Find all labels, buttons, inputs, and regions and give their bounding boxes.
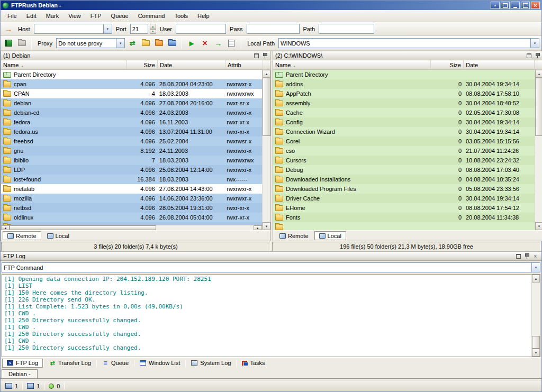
- tab-transfer-log[interactable]: Transfer Log: [44, 359, 96, 368]
- refresh-icon[interactable]: [127, 38, 138, 49]
- folder-sync-icon[interactable]: [166, 38, 178, 49]
- pass-input[interactable]: [247, 24, 300, 34]
- local-panel-tab-local[interactable]: Local: [314, 231, 346, 240]
- parent-directory-row[interactable]: Parent Directory: [273, 70, 535, 79]
- file-row[interactable]: Corel003.05.2004 15:15:56: [273, 136, 535, 146]
- file-row[interactable]: Downloaded Installations004.08.2004 10:3…: [273, 175, 535, 184]
- local-panel-tab-remote[interactable]: Remote: [275, 231, 313, 240]
- file-row[interactable]: cso021.07.2004 11:24:26: [273, 146, 535, 156]
- menu-tools[interactable]: Tools: [169, 11, 193, 21]
- pin-icon[interactable]: [261, 52, 268, 59]
- file-row[interactable]: metalab4.09627.08.2004 14:43:00rwxrwxr-x: [1, 184, 262, 194]
- ftp-log-caption[interactable]: FTP Log: [1, 251, 541, 261]
- column-header-name[interactable]: Name: [273, 60, 431, 69]
- menu-mark[interactable]: Mark: [41, 11, 64, 21]
- column-header-size[interactable]: Size: [127, 60, 158, 69]
- undock-icon[interactable]: [253, 52, 260, 59]
- vertical-scrollbar[interactable]: [531, 275, 540, 357]
- undock-icon[interactable]: [526, 52, 532, 59]
- file-row[interactable]: freebsd4.09625.02.2004rwxrwsr-x: [1, 136, 262, 146]
- chevron-down-icon[interactable]: [530, 39, 539, 48]
- file-row[interactable]: Driver Cache030.04.2004 19:34:14: [273, 194, 535, 203]
- scroll-down-icon[interactable]: [532, 349, 540, 357]
- file-row[interactable]: Debug008.08.2004 17:03:40: [273, 165, 535, 175]
- file-row[interactable]: fedora.us4.09613.07.2004 11:31:00rwxr-xr…: [1, 127, 262, 136]
- file-row[interactable]: assembly030.04.2004 18:40:52: [273, 98, 535, 108]
- menu-file[interactable]: File: [3, 11, 22, 21]
- close-icon[interactable]: [532, 253, 539, 259]
- site-manager-icon[interactable]: [3, 38, 14, 49]
- file-row[interactable]: mozilla4.09614.06.2004 23:36:00rwxrwxr-x: [1, 194, 262, 203]
- chevron-down-icon[interactable]: [531, 263, 540, 272]
- column-header-date[interactable]: Date: [464, 60, 535, 69]
- disconnect-icon[interactable]: [16, 38, 28, 49]
- tab-ftp-log[interactable]: FTP Log: [2, 359, 43, 368]
- file-row[interactable]: LDP4.09625.08.2004 12:14:00rwxrwxr-x: [1, 165, 262, 175]
- title-bar[interactable]: FTPRush Debian -: [1, 1, 541, 10]
- file-row[interactable]: [273, 222, 535, 230]
- spin-up-icon[interactable]: [150, 24, 156, 29]
- proxy-combo[interactable]: Do not use proxy: [56, 38, 125, 48]
- column-header-size[interactable]: Size: [431, 60, 464, 69]
- file-row[interactable]: gnu8.19224.11.2003rwxrwxr-x: [1, 146, 262, 156]
- vertical-scrollbar[interactable]: [535, 70, 542, 230]
- folder-compare-icon[interactable]: [140, 38, 151, 49]
- quick-connect-icon[interactable]: [3, 24, 14, 34]
- file-row[interactable]: fedora4.09616.11.2003rwxr-xr-x: [1, 117, 262, 127]
- column-header-date[interactable]: Date: [158, 60, 225, 69]
- tab-queue[interactable]: Queue: [97, 359, 133, 368]
- local-path-combo[interactable]: WINDOWS: [278, 38, 539, 48]
- port-input[interactable]: 21: [130, 24, 148, 34]
- file-row[interactable]: CPAN418.03.2003rwxrwxrwx: [1, 89, 262, 98]
- scroll-thumb[interactable]: [532, 336, 540, 349]
- file-row[interactable]: Cache002.05.2004 17:30:08: [273, 108, 535, 117]
- scroll-down-icon[interactable]: [535, 222, 542, 230]
- file-row[interactable]: addins030.04.2004 19:34:14: [273, 79, 535, 89]
- go-icon[interactable]: [212, 38, 224, 49]
- menu-command[interactable]: Command: [133, 11, 170, 21]
- file-row[interactable]: debian4.09627.08.2004 20:16:00rwxr-sr-x: [1, 98, 262, 108]
- file-row[interactable]: AppPatch008.08.2004 17:58:10: [273, 89, 535, 98]
- scroll-right-icon[interactable]: [254, 225, 262, 230]
- parent-directory-row[interactable]: Parent Directory: [1, 70, 262, 79]
- log-icon[interactable]: [225, 38, 237, 49]
- file-row[interactable]: cpan4.09628.08.2004 04:23:00rwxrwxr-x: [1, 79, 262, 89]
- file-row[interactable]: ibiblio718.03.2003rwxrwxrwx: [1, 156, 262, 165]
- file-row[interactable]: Cursors010.08.2004 23:24:32: [273, 156, 535, 165]
- scroll-left-icon[interactable]: [1, 225, 10, 230]
- scroll-thumb[interactable]: [10, 225, 156, 230]
- file-row[interactable]: Fonts020.08.2004 11:34:38: [273, 213, 535, 222]
- scroll-track[interactable]: [10, 225, 254, 230]
- pin-icon[interactable]: [523, 253, 530, 259]
- scroll-up-icon[interactable]: [535, 70, 542, 78]
- menu-edit[interactable]: Edit: [22, 11, 41, 21]
- file-row[interactable]: oldlinux4.09626.08.2004 05:04:00rwxr-xr-…: [1, 213, 262, 222]
- ftp-command-combo[interactable]: FTP Command: [2, 262, 540, 272]
- scroll-thumb[interactable]: [535, 78, 542, 136]
- chevron-down-icon[interactable]: [116, 39, 124, 48]
- file-row[interactable]: netbsd4.09628.05.2004 19:31:00rwxr-xr-x: [1, 203, 262, 213]
- menu-help[interactable]: Help: [193, 11, 214, 21]
- host-combo[interactable]: [34, 24, 112, 34]
- menu-queue[interactable]: Queue: [106, 11, 133, 21]
- file-row[interactable]: Connection Wizard030.04.2004 19:34:14: [273, 127, 535, 136]
- user-input[interactable]: [176, 24, 226, 34]
- start-transfer-icon[interactable]: [186, 38, 197, 49]
- stop-transfer-icon[interactable]: [199, 38, 211, 49]
- column-header-name[interactable]: Name: [1, 60, 127, 69]
- undock-icon[interactable]: [515, 253, 522, 259]
- horizontal-scrollbar[interactable]: [1, 225, 262, 230]
- remote-panel-caption[interactable]: (1) Debian: [1, 51, 270, 60]
- chevron-down-icon[interactable]: [103, 24, 112, 33]
- vertical-scrollbar[interactable]: [262, 70, 270, 230]
- file-row[interactable]: lost+found16.38418.03.2003rwx------: [1, 175, 262, 184]
- tab-window-list[interactable]: Window List: [135, 359, 185, 368]
- restore-button[interactable]: [501, 2, 510, 9]
- scroll-up-icon[interactable]: [263, 70, 270, 78]
- file-row[interactable]: debian-cd4.09624.03.2003rwxrwxr-x: [1, 108, 262, 117]
- scroll-track[interactable]: [532, 282, 540, 349]
- scroll-down-icon[interactable]: [263, 222, 270, 230]
- menu-view[interactable]: View: [64, 11, 86, 21]
- maximize-button[interactable]: [521, 2, 530, 9]
- menu-ftp[interactable]: FTP: [86, 11, 106, 21]
